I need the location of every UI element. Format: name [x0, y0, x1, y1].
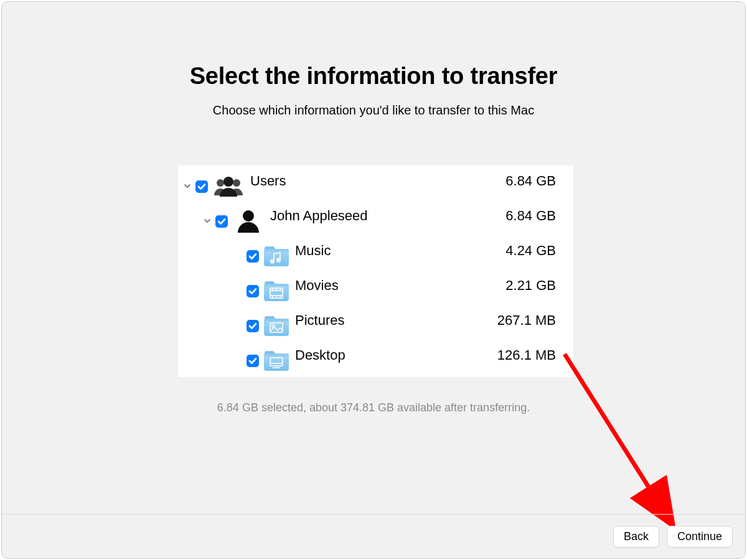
checkbox-desktop[interactable]: [247, 355, 259, 367]
transfer-selection-panel: Users 6.84 GB John Appleseed 6.84 GB: [178, 166, 573, 377]
svg-point-7: [277, 258, 281, 262]
chevron-down-icon[interactable]: [203, 216, 212, 227]
page-subtitle: Choose which information you'd like to t…: [2, 103, 745, 118]
tree-label: Music: [295, 243, 331, 259]
continue-button[interactable]: Continue: [667, 526, 733, 548]
person-icon: [232, 209, 265, 234]
tree-label: Desktop: [295, 347, 345, 363]
svg-point-3: [233, 179, 240, 187]
tree-label: John Appleseed: [270, 208, 368, 224]
migration-assistant-window: Select the information to transfer Choos…: [1, 1, 746, 559]
svg-point-5: [243, 210, 254, 222]
checkbox-user[interactable]: [215, 215, 228, 228]
tree-label: Pictures: [295, 312, 344, 329]
selection-summary: 6.84 GB selected, about 374.81 GB availa…: [2, 401, 745, 414]
checkbox-movies[interactable]: [247, 285, 259, 297]
tree-size: 2.21 GB: [505, 278, 556, 294]
pictures-folder-icon: [263, 314, 290, 338]
svg-point-6: [271, 259, 275, 263]
music-folder-icon: [263, 245, 290, 268]
svg-point-4: [223, 177, 233, 187]
tree-row-pictures[interactable]: Pictures 267.1 MB: [178, 309, 573, 343]
svg-point-2: [217, 179, 224, 187]
tree-label: Users: [250, 173, 286, 189]
movies-folder-icon: [263, 279, 290, 303]
tree-row-user[interactable]: John Appleseed 6.84 GB: [178, 204, 573, 239]
tree-size: 6.84 GB: [505, 208, 556, 224]
back-button[interactable]: Back: [613, 526, 659, 548]
tree-size: 6.84 GB: [505, 173, 556, 189]
desktop-folder-icon: [263, 349, 290, 373]
group-icon: [212, 174, 245, 199]
footer: Back Continue: [2, 515, 745, 558]
tree-size: 4.24 GB: [505, 243, 556, 259]
checkbox-pictures[interactable]: [247, 320, 259, 332]
tree-row-movies[interactable]: Movies 2.21 GB: [178, 274, 573, 309]
arrow-annotation-icon: [556, 345, 699, 538]
tree-label: Movies: [295, 278, 339, 294]
tree-row-desktop[interactable]: Desktop 126.1 MB: [178, 343, 573, 378]
tree-row-users[interactable]: Users 6.84 GB: [178, 169, 573, 204]
tree-row-music[interactable]: Music 4.24 GB: [178, 239, 573, 274]
checkbox-music[interactable]: [247, 250, 259, 263]
tree-size: 267.1 MB: [497, 312, 556, 329]
page-title: Select the information to transfer: [2, 63, 745, 90]
checkbox-users[interactable]: [195, 180, 208, 193]
svg-line-23: [565, 354, 669, 520]
chevron-down-icon[interactable]: [183, 181, 192, 192]
tree-size: 126.1 MB: [497, 347, 556, 363]
